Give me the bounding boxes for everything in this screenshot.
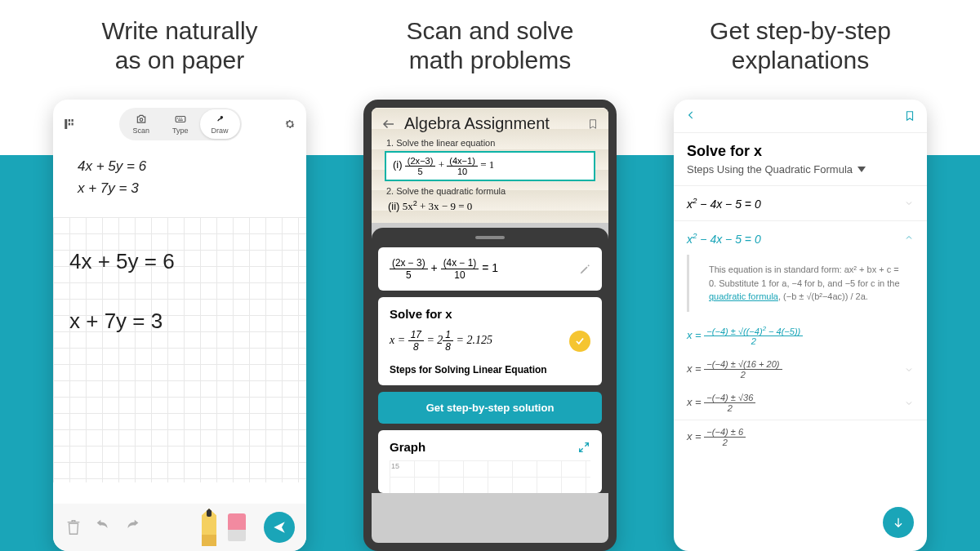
send-icon <box>272 520 287 535</box>
back-icon[interactable] <box>381 117 396 131</box>
headline-steps: Get step-by-stepexplanations <box>710 16 891 75</box>
phone-steps: Solve for x Steps Using the Quadratic Fo… <box>674 100 927 551</box>
svg-point-5 <box>140 118 143 122</box>
formula-row-1: x = −(−4) ± √((−4)2 − 4(−5))2 <box>674 318 927 353</box>
method-selector[interactable]: Steps Using the Quadratic Formula <box>674 163 927 185</box>
mode-scan[interactable]: Scan <box>121 109 161 139</box>
solution-card: Solve for x x = 178 = 218 = 2.125 Steps … <box>378 297 602 385</box>
graph-preview[interactable]: 15 <box>390 460 590 493</box>
svg-rect-1 <box>69 119 70 122</box>
quadratic-formula-link[interactable]: quadratic formula <box>709 291 778 301</box>
mode-draw[interactable]: Draw <box>200 109 240 139</box>
expand-icon[interactable] <box>577 441 590 454</box>
formula-row-3[interactable]: x = −(−4) ± √362 <box>674 386 927 420</box>
undo-icon[interactable] <box>94 518 112 536</box>
handwritten-eq1: 4x + 5y = 6 <box>69 232 290 291</box>
explanation-text: This equation is in standard form: ax² +… <box>687 255 914 312</box>
svg-rect-3 <box>69 123 70 126</box>
redo-icon[interactable] <box>123 518 141 536</box>
formula-row-2[interactable]: x = −(−4) ± √(16 + 20)2 <box>674 353 927 386</box>
top-bar <box>674 100 927 133</box>
draw-icon <box>214 113 225 125</box>
chevron-down-icon <box>858 167 866 172</box>
bookmark-icon[interactable] <box>587 117 599 131</box>
check-badge <box>569 331 590 352</box>
headline-scan: Scan and solvemath problems <box>406 16 573 75</box>
steps-title: Solve for x <box>674 133 927 163</box>
formula-row-4[interactable]: x = −(−4) ± 62 <box>674 420 927 454</box>
solve-heading: Solve for x <box>390 307 590 321</box>
svg-rect-6 <box>176 117 185 122</box>
arrow-down-icon <box>892 516 905 529</box>
get-steps-button[interactable]: Get step-by-step solution <box>378 392 602 424</box>
graph-card: Graph 15 <box>378 430 602 493</box>
recognized-equations: 4x + 5y = 6 x + 7y = 3 <box>53 149 306 217</box>
step-row-2[interactable]: x2 − 4x − 5 = 0 <box>674 220 927 256</box>
question-1-label: 1. Solve the linear equation <box>386 138 599 148</box>
chevron-up-icon <box>904 233 914 242</box>
back-chevron-icon[interactable] <box>685 109 697 121</box>
trash-icon[interactable] <box>65 518 82 536</box>
scroll-down-fab[interactable] <box>883 507 914 538</box>
phone-scan: Algebra Assignment 1. Solve the linear e… <box>363 100 617 551</box>
question-2-label: 2. Solve the quadratic formula <box>386 186 599 196</box>
svg-rect-8 <box>179 118 180 118</box>
svg-rect-10 <box>178 120 183 121</box>
typed-eq2: x + 7y = 3 <box>78 177 282 199</box>
edit-icon[interactable] <box>579 264 590 275</box>
equation-card: (2x − 3)5 + (4x − 1)10 = 1 <box>378 247 602 291</box>
step-row-1[interactable]: x2 − 4x − 5 = 0 <box>674 185 927 220</box>
parsed-equation: (2x − 3)5 + (4x − 1)10 = 1 <box>390 257 498 281</box>
steps-label: Steps for Solving Linear Equation <box>390 364 590 375</box>
solution-value: x = 178 = 218 = 2.125 <box>390 329 492 353</box>
mode-switch: Scan Type Draw <box>119 108 241 140</box>
scan-crop-box[interactable]: (i) (2x−3)5 + (4x−1)10 = 1 <box>385 151 595 181</box>
svg-point-11 <box>220 116 224 119</box>
svg-rect-4 <box>72 123 74 126</box>
handwritten-eq2: x + 7y = 3 <box>69 291 290 351</box>
svg-rect-9 <box>180 118 181 118</box>
scanned-paper: Algebra Assignment 1. Solve the linear e… <box>372 108 608 223</box>
typed-eq1: 4x + 5y = 6 <box>78 155 282 177</box>
graph-heading: Graph <box>390 440 425 454</box>
bottom-toolbar <box>53 504 306 551</box>
chevron-down-icon <box>904 365 914 375</box>
check-icon <box>574 335 586 347</box>
result-panel: (2x − 3)5 + (4x − 1)10 = 1 Solve for x x… <box>372 228 608 493</box>
toolbar: Scan Type Draw <box>53 100 306 149</box>
assignment-title: Algebra Assignment <box>404 114 579 133</box>
eraser-tool[interactable] <box>228 513 246 541</box>
svg-rect-2 <box>72 119 74 122</box>
chevron-down-icon <box>904 398 914 408</box>
phone-draw: Scan Type Draw 4x + 5y = 6 x + 7y = 3 4x… <box>53 100 306 551</box>
gear-icon[interactable] <box>283 118 296 131</box>
headline-write: Write naturallyas on paper <box>101 16 257 75</box>
step-2-eq: x2 − 4x − 5 = 0 <box>687 231 761 246</box>
chevron-down-icon <box>904 198 914 208</box>
drag-handle[interactable] <box>475 236 505 239</box>
bookmark-icon[interactable] <box>904 109 915 122</box>
history-icon[interactable] <box>63 117 78 131</box>
svg-rect-0 <box>65 119 67 129</box>
keyboard-icon <box>175 113 186 125</box>
submit-button[interactable] <box>264 512 295 543</box>
svg-rect-7 <box>177 118 178 118</box>
drawing-canvas[interactable]: 4x + 5y = 6 x + 7y = 3 <box>53 217 306 482</box>
step-1-eq: x2 − 4x − 5 = 0 <box>687 196 761 211</box>
pencil-tool[interactable] <box>202 509 216 546</box>
mode-type[interactable]: Type <box>161 109 200 139</box>
camera-icon <box>136 113 147 125</box>
